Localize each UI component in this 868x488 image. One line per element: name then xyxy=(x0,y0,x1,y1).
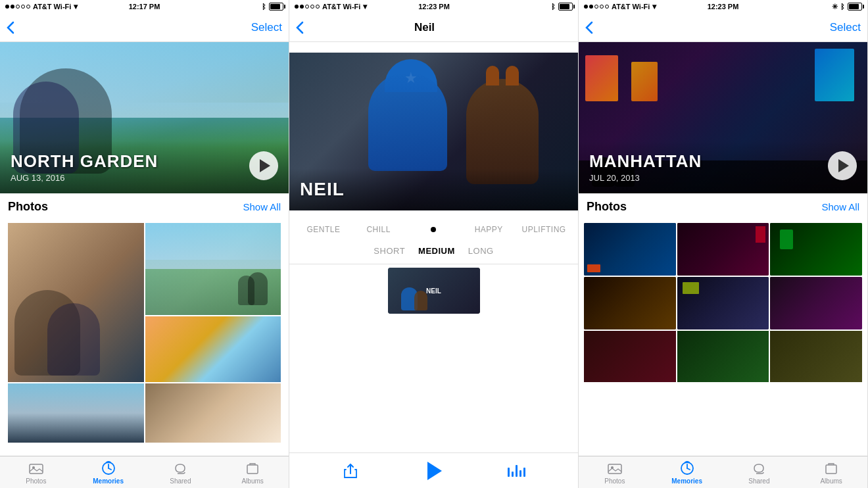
share-icon-2 xyxy=(343,463,358,479)
mood-chill[interactable]: CHILL xyxy=(351,221,406,238)
time-2: 12:23 PM xyxy=(418,3,450,11)
wrestling-photo-8[interactable] xyxy=(677,331,769,382)
memories-icon-1 xyxy=(101,460,116,476)
tab-memories-1[interactable]: Memories xyxy=(72,456,145,488)
status-right-3: ✳ ᛒ xyxy=(832,3,862,11)
show-all-button-1[interactable]: Show All xyxy=(243,201,281,212)
status-bar-3: AT&T Wi-Fi ▾ 12:23 PM ✳ ᛒ xyxy=(579,0,867,13)
panel-manhattan: AT&T Wi-Fi ▾ 12:23 PM ✳ ᛒ Select xyxy=(579,0,868,488)
hero-play-button-1[interactable] xyxy=(249,151,278,180)
mood-happy[interactable]: HAPPY xyxy=(461,221,516,238)
show-all-button-3[interactable]: Show All xyxy=(821,201,859,212)
bluetooth-icon-1: ᛒ xyxy=(262,3,266,11)
eq-bar-3 xyxy=(516,465,518,477)
neil-ear-right xyxy=(506,66,519,85)
albums-icon-3 xyxy=(824,462,838,475)
duration-medium[interactable]: MEDIUM xyxy=(418,246,455,256)
svg-rect-3 xyxy=(247,465,258,474)
neil-overlay: NEIL xyxy=(289,168,578,210)
wifi-icon-3: ▾ xyxy=(652,2,656,11)
wrestling-photo-4[interactable] xyxy=(584,277,676,329)
chevron-left-icon-2 xyxy=(296,21,304,34)
wrestling-photo-5[interactable] xyxy=(677,277,769,329)
wrestling-photo-grid xyxy=(579,223,867,329)
wrestling-photo-2[interactable] xyxy=(677,223,769,276)
photo-person-sky[interactable] xyxy=(8,383,144,443)
wrestling-photo-9[interactable] xyxy=(770,331,862,382)
tab-albums-1[interactable]: Albums xyxy=(216,456,289,488)
tab-albums-label-3: Albums xyxy=(820,477,842,485)
bluetooth-icon-2: ᛒ xyxy=(551,3,556,11)
mood-gentle[interactable]: GENTLE xyxy=(296,221,351,238)
signal-dot xyxy=(584,5,588,9)
status-right-2: ᛒ xyxy=(551,3,573,11)
hero-image-3: MANHATTAN JUL 20, 2013 xyxy=(579,42,867,193)
nav-bar-2: Neil xyxy=(289,13,578,42)
tab-memories-3[interactable]: Memories xyxy=(651,456,723,488)
memories-icon-3 xyxy=(679,460,695,476)
photos-header-3: Photos Show All xyxy=(587,200,859,214)
battery-2 xyxy=(558,3,573,11)
status-left-2: AT&T Wi-Fi ▾ xyxy=(295,2,367,11)
select-button-3[interactable]: Select xyxy=(830,21,861,34)
battery-fill-1 xyxy=(270,4,280,9)
tab-photos-1[interactable]: Photos xyxy=(0,456,72,488)
chevron-left-icon-1 xyxy=(7,21,14,34)
photo-path[interactable] xyxy=(145,223,281,315)
shared-icon-1 xyxy=(173,462,187,475)
svg-rect-7 xyxy=(826,465,836,474)
carrier-2: AT&T Wi-Fi xyxy=(322,3,360,11)
signal-dot xyxy=(589,5,593,9)
wrestling-photo-row-3 xyxy=(584,331,862,382)
photo-sign[interactable] xyxy=(145,383,281,443)
tab-memories-label-1: Memories xyxy=(93,477,124,485)
duration-row: SHORT MEDIUM LONG xyxy=(289,241,578,261)
photos-section-1: Photos Show All xyxy=(0,193,289,223)
signal-dot xyxy=(594,5,598,9)
status-bar-1: AT&T Wi-Fi ▾ 12:17 PM ᛒ xyxy=(0,0,289,13)
photo-row-2 xyxy=(8,383,281,443)
timeline-thumbnail[interactable]: NEIL xyxy=(388,268,480,314)
tab-shared-label-1: Shared xyxy=(170,477,191,485)
tab-shared-3[interactable]: Shared xyxy=(723,456,796,488)
photos-icon-1 xyxy=(29,462,43,474)
back-button-2[interactable] xyxy=(296,21,304,34)
battery-fill-2 xyxy=(560,4,569,9)
photo-couple[interactable] xyxy=(8,223,144,382)
equalizer-button-2[interactable] xyxy=(505,459,529,483)
back-button-3[interactable] xyxy=(585,21,593,34)
battery-fill-3 xyxy=(849,4,859,9)
neil-ear-left xyxy=(486,66,499,85)
hero-play-button-3[interactable] xyxy=(828,151,857,180)
share-button-2[interactable] xyxy=(339,459,362,483)
wifi-icon-1: ▾ xyxy=(74,2,78,11)
timeline-label: NEIL xyxy=(426,287,441,295)
tab-photos-3[interactable]: Photos xyxy=(579,456,651,488)
tab-albums-3[interactable]: Albums xyxy=(795,456,867,488)
photo-sunset[interactable] xyxy=(145,316,281,382)
battery-1 xyxy=(269,3,283,11)
wrestling-photo-1[interactable] xyxy=(584,223,676,276)
above-hero-space xyxy=(289,42,578,53)
nav-bar-1: Select xyxy=(0,13,289,42)
wrestling-photo-7[interactable] xyxy=(584,331,676,382)
mood-uplifting[interactable]: UPLIFTING xyxy=(516,221,571,238)
wrestling-photo-3[interactable] xyxy=(770,223,862,276)
play-button-2[interactable] xyxy=(422,459,445,483)
neil-title: NEIL xyxy=(300,179,567,200)
time-1: 12:17 PM xyxy=(129,3,160,11)
wrestling-photo-6[interactable] xyxy=(770,277,862,329)
duration-long[interactable]: LONG xyxy=(468,246,494,256)
signal-dot xyxy=(5,5,9,9)
back-button-1[interactable] xyxy=(7,21,14,34)
shared-icon-3 xyxy=(752,462,766,475)
equalizer-icon-2 xyxy=(508,465,525,477)
photos-section-3: Photos Show All xyxy=(579,193,867,223)
time-3: 12:23 PM xyxy=(708,3,739,11)
duration-short[interactable]: SHORT xyxy=(374,246,405,256)
signal-dot xyxy=(300,5,304,9)
memories-tab-icon-3 xyxy=(679,460,695,476)
signal-dot xyxy=(295,5,299,9)
tab-shared-1[interactable]: Shared xyxy=(145,456,217,488)
select-button-1[interactable]: Select xyxy=(251,21,282,34)
